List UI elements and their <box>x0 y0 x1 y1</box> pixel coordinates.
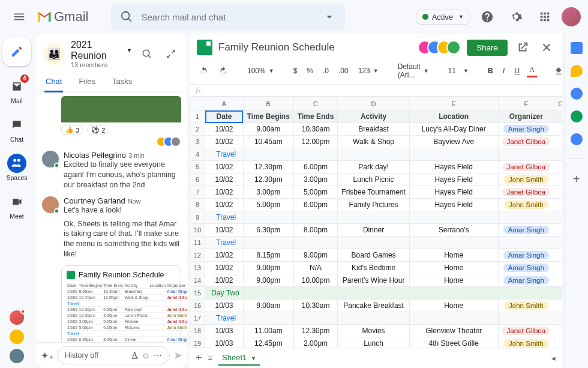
cell[interactable]: Janet Gilboa <box>498 325 554 337</box>
cell[interactable]: Janet Gilboa <box>498 161 554 173</box>
cell[interactable]: Walk & Shop <box>338 136 410 148</box>
cell[interactable]: 10/02 <box>205 199 243 211</box>
cell[interactable]: Home <box>409 274 498 287</box>
formula-bar[interactable]: fx <box>190 84 562 97</box>
compose-input[interactable]: History off A ☺ ⋯ <box>57 346 170 364</box>
cell[interactable]: Serrano's <box>409 224 498 237</box>
cell[interactable]: Breakfast <box>338 123 410 136</box>
underline-icon[interactable]: U <box>512 65 523 76</box>
row-header[interactable]: 5 <box>190 161 205 173</box>
cell[interactable]: Day Two <box>205 287 243 300</box>
cell[interactable]: Time Begins <box>243 110 293 123</box>
cell[interactable]: 10/03 <box>205 325 243 337</box>
row-header[interactable]: 12 <box>190 249 205 262</box>
sheet-tab[interactable]: Sheet1 ▼ <box>218 351 260 366</box>
cell[interactable]: Home <box>409 249 498 262</box>
cell[interactable]: Travel <box>205 211 243 224</box>
cell[interactable]: 12.30pm <box>293 325 337 337</box>
sheet-title[interactable]: Family Reunion Schedule <box>218 41 335 53</box>
cell[interactable]: 10/02 <box>205 224 243 237</box>
cell[interactable]: Janet Gilboa <box>498 136 554 148</box>
cell[interactable]: 9.00am <box>243 123 293 136</box>
tab-files[interactable]: Files <box>77 72 96 92</box>
smart-compose-icon[interactable]: ✦₊ <box>41 350 53 361</box>
cell[interactable]: Frisbee Tournament <box>338 186 410 199</box>
row-header[interactable]: 3 <box>190 136 205 148</box>
cell[interactable]: 9.00pm <box>243 262 293 274</box>
col-header[interactable]: B <box>243 97 293 110</box>
cell[interactable]: Home <box>409 262 498 274</box>
attached-image[interactable] <box>61 96 181 122</box>
col-header[interactable]: A <box>205 97 243 110</box>
tab-tasks[interactable]: Tasks <box>111 72 133 92</box>
font-select[interactable]: Default (Ari...▼ <box>395 61 431 80</box>
reaction-soccer[interactable]: ⚽ 2 <box>87 125 109 135</box>
space-name[interactable]: 2021 Reunion <box>71 40 122 61</box>
format-icon[interactable]: A <box>132 351 138 360</box>
cell[interactable]: 9.00pm <box>243 274 293 287</box>
cell[interactable]: 12.00pm <box>293 136 337 148</box>
calendar-icon[interactable] <box>571 42 583 54</box>
search-icon[interactable] <box>115 5 139 29</box>
redo-icon[interactable] <box>216 65 230 77</box>
cell[interactable]: John Smith <box>498 300 554 312</box>
cell[interactable]: 10/02 <box>205 136 243 148</box>
cell[interactable]: Travel <box>205 148 243 161</box>
cell[interactable]: John Smith <box>498 173 554 186</box>
cell[interactable]: 6.00pm <box>293 199 337 211</box>
cell[interactable]: Hayes Field <box>409 186 498 199</box>
cell[interactable]: 3.00pm <box>293 173 337 186</box>
cell[interactable]: 8.00pm <box>293 224 337 237</box>
textcolor-icon[interactable]: A <box>527 64 537 77</box>
cell[interactable]: 9.00pm <box>293 249 337 262</box>
nav-mail[interactable]: 4 Mail <box>7 77 26 104</box>
col-header[interactable]: F <box>498 97 554 110</box>
row-header[interactable]: 14 <box>190 274 205 287</box>
contacts-icon[interactable] <box>571 110 583 122</box>
bold-icon[interactable]: B <box>485 65 496 76</box>
cell[interactable]: Glenview Theater <box>409 325 498 337</box>
row-header[interactable]: 16 <box>190 300 205 312</box>
explore-icon[interactable]: ◂ <box>551 354 556 363</box>
cell[interactable]: Date <box>205 110 243 123</box>
addon-icon[interactable] <box>571 133 583 145</box>
row-header[interactable]: 15 <box>190 287 205 300</box>
cell[interactable]: 5.00pm <box>293 186 337 199</box>
cell[interactable]: Lunch Picnic <box>338 173 410 186</box>
row-header[interactable]: 10 <box>190 224 205 237</box>
gmail-logo[interactable]: Gmail <box>36 8 106 25</box>
cell[interactable]: Board Games <box>338 249 410 262</box>
row-header[interactable]: 13 <box>190 262 205 274</box>
italic-icon[interactable]: I <box>500 65 508 77</box>
cell[interactable]: 3.00pm <box>243 186 293 199</box>
cell[interactable]: Location <box>409 110 498 123</box>
cell[interactable]: 10/02 <box>205 249 243 262</box>
status-chip[interactable]: Active ▼ <box>416 10 470 25</box>
account-avatar[interactable] <box>562 7 581 26</box>
cell[interactable]: 9.00am <box>243 300 293 312</box>
cell[interactable]: 6.00pm <box>293 161 337 173</box>
col-header[interactable]: E <box>409 97 498 110</box>
cell[interactable]: 10/03 <box>205 337 243 348</box>
cell[interactable]: 10/02 <box>205 161 243 173</box>
cell[interactable]: Amar Singh <box>498 224 554 237</box>
tasks-icon[interactable] <box>571 88 583 100</box>
row-header[interactable]: 7 <box>190 186 205 199</box>
percent-icon[interactable]: % <box>304 65 316 76</box>
cell[interactable]: 10/03 <box>205 300 243 312</box>
dec-increase-icon[interactable]: .00 <box>336 65 351 76</box>
cell[interactable]: Travel <box>205 237 243 249</box>
settings-icon[interactable] <box>504 5 528 29</box>
cell[interactable]: 12.30pm <box>243 161 293 173</box>
cell[interactable]: 10.30am <box>293 123 337 136</box>
cell[interactable]: Travel <box>205 312 243 325</box>
cell[interactable]: Amar Singh <box>498 249 554 262</box>
col-header[interactable]: G <box>554 97 562 110</box>
rail-avatar-2[interactable] <box>10 330 24 344</box>
row-header[interactable]: 9 <box>190 211 205 224</box>
avatar-nicolas[interactable] <box>42 151 59 167</box>
cell[interactable]: Time Ends <box>293 110 337 123</box>
cell[interactable]: 10.45am <box>243 136 293 148</box>
dec-decrease-icon[interactable]: .0 <box>320 65 331 76</box>
row-header[interactable]: 19 <box>190 337 205 348</box>
